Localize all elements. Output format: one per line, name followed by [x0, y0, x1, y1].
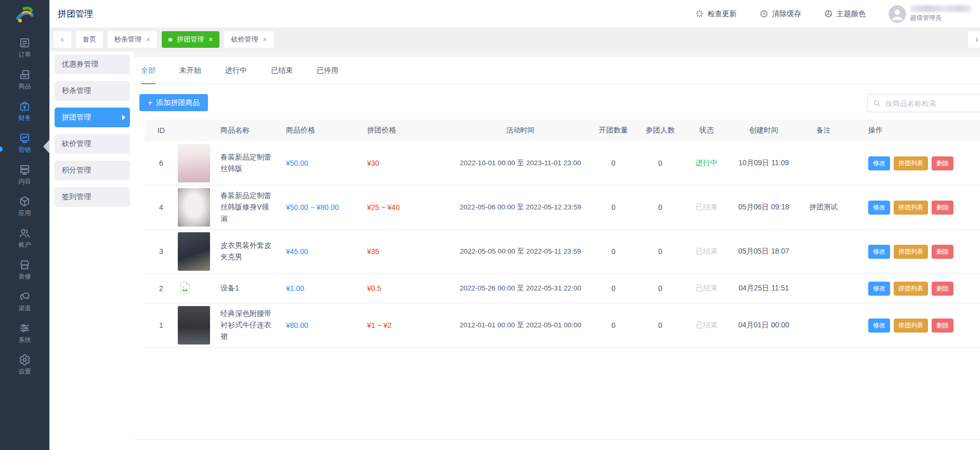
primary-sidebar: 订单 商品 财务 营销 内容 应用 账户 装修 渠道 系统 设置: [0, 0, 49, 450]
tabs-scroll-left-button[interactable]: ‹: [54, 31, 71, 48]
groupbuy-list-button[interactable]: 拼团列表: [894, 201, 928, 215]
modify-button[interactable]: 修改: [868, 282, 890, 296]
user-block[interactable]: 超级管理员: [888, 5, 972, 23]
add-groupbuy-product-button[interactable]: + 添加拼团商品: [139, 94, 208, 111]
cell-product-name: 春装新品定制蕾丝韩版修身V领淑: [220, 190, 286, 224]
page-tab-0[interactable]: 首页: [76, 31, 103, 48]
page-tab-3[interactable]: 砍价管理 ×: [224, 31, 273, 48]
filter-tab-3[interactable]: 已结束: [271, 57, 293, 84]
submenu-item-4[interactable]: 积分管理: [55, 161, 130, 180]
delete-button[interactable]: 删除: [932, 319, 953, 333]
modify-button[interactable]: 修改: [868, 319, 890, 333]
groupbuy-list-button[interactable]: 拼团列表: [894, 282, 928, 296]
search-input[interactable]: [884, 99, 980, 108]
page-tab-label: 砍价管理: [231, 35, 258, 44]
cell-actions: 修改拼团列表删除: [850, 245, 980, 259]
page-tab-label: 秒杀管理: [114, 35, 141, 44]
cell-actions: 修改拼团列表删除: [850, 282, 980, 296]
sidebar-item-label: 系统: [19, 337, 31, 343]
chevron-left-icon: ‹: [61, 34, 64, 45]
chevron-right-icon: ›: [975, 34, 978, 45]
status-badge: 进行中: [683, 158, 730, 168]
avatar: [888, 5, 906, 23]
status-filter-tabs: 全部未开始进行中已结束已停用: [134, 57, 980, 84]
sidebar-item-7[interactable]: 装修: [0, 253, 49, 285]
filter-tab-0[interactable]: 全部: [141, 57, 155, 84]
column-header-11: 操作: [850, 126, 980, 135]
cell-created-time: 04月25日 11:51: [730, 284, 798, 293]
filter-tab-label: 进行中: [225, 66, 247, 74]
close-icon[interactable]: ×: [146, 36, 150, 43]
close-icon[interactable]: ×: [263, 36, 267, 43]
cell-created-time: 04月01日 00:00: [730, 321, 798, 330]
sidebar-item-label: 账户: [19, 242, 31, 248]
cell-product-price: ¥80.00: [286, 321, 367, 329]
primary-nav: 订单 商品 财务 营销 内容 应用 账户 装修 渠道 系统 设置: [0, 31, 49, 380]
check-update-button[interactable]: 检查更新: [695, 9, 737, 19]
sidebar-item-5[interactable]: 应用: [0, 190, 49, 221]
sidebar-item-9[interactable]: 系统: [0, 316, 49, 348]
sidebar-item-0[interactable]: 订单: [0, 31, 49, 63]
submenu-item-label: 秒杀管理: [62, 86, 91, 96]
finance-icon: [19, 100, 31, 112]
cell-join-count: 0: [637, 203, 683, 211]
groupbuy-list-button[interactable]: 拼团列表: [894, 319, 928, 333]
tabs-scroll-right-button[interactable]: ›: [968, 31, 980, 48]
page-tab-1[interactable]: 秒杀管理 ×: [108, 31, 157, 48]
delete-button[interactable]: 删除: [932, 201, 953, 215]
modify-button[interactable]: 修改: [868, 156, 890, 170]
clock-icon: [760, 9, 768, 18]
cell-join-count: 0: [637, 159, 683, 167]
sidebar-item-3[interactable]: 营销: [0, 126, 49, 158]
filter-tab-1[interactable]: 未开始: [179, 57, 201, 84]
page-tab-2[interactable]: 拼团管理 ×: [162, 31, 219, 48]
theme-color-icon: [824, 9, 833, 18]
cell-product-name: 经典深色附腰带衬衫式牛仔连衣裙: [220, 308, 286, 342]
chevron-right-icon: [122, 115, 125, 120]
close-icon[interactable]: ×: [208, 36, 213, 43]
submenu-item-5[interactable]: 签到管理: [55, 187, 130, 207]
sidebar-item-label: 财务: [19, 115, 31, 121]
sidebar-item-2[interactable]: 财务: [0, 95, 49, 126]
settings-icon: [19, 354, 31, 366]
cell-join-count: 0: [637, 284, 683, 293]
sidebar-item-label: 内容: [19, 178, 31, 184]
groupbuy-list-button[interactable]: 拼团列表: [894, 156, 928, 170]
submenu-item-3[interactable]: 砍价管理: [55, 134, 130, 154]
username-redacted: [910, 5, 972, 12]
theme-color-button[interactable]: 主题颜色: [824, 9, 866, 19]
modify-button[interactable]: 修改: [868, 201, 890, 215]
cell-actions: 修改拼团列表删除: [850, 319, 980, 333]
apps-icon: [19, 195, 31, 207]
table-row: 6 春装新品定制蕾丝韩版 ¥50.00 ¥30 2022-10-01 00:00…: [145, 141, 980, 186]
submenu-item-2[interactable]: 拼团管理: [55, 108, 130, 127]
sidebar-item-6[interactable]: 账户: [0, 221, 49, 253]
submenu-item-1[interactable]: 秒杀管理: [55, 81, 130, 101]
cell-product-price: ¥50.00: [286, 159, 367, 167]
delete-button[interactable]: 删除: [932, 156, 953, 170]
app-logo[interactable]: [0, 3, 49, 28]
page-tab-label: 拼团管理: [177, 35, 204, 44]
clear-cache-button[interactable]: 清除缓存: [760, 9, 801, 19]
cell-actions: 修改拼团列表删除: [850, 201, 980, 215]
groupbuy-table: ID商品名称商品价格拼团价格活动时间开团数量参团人数状态创建时间备注操作 6 春…: [145, 120, 980, 348]
cell-activity-time: 2012-01-01 00:00 至 2022-05-01 00:00: [451, 321, 590, 330]
submenu-item-0[interactable]: 优惠券管理: [55, 55, 130, 74]
cell-activity-time: 2022-05-05 00:00 至 2022-05-11 23:59: [451, 247, 590, 256]
sidebar-item-1[interactable]: 商品: [0, 63, 49, 95]
column-header-8: 状态: [683, 126, 730, 135]
delete-button[interactable]: 删除: [932, 282, 953, 296]
user-role: 超级管理员: [910, 14, 972, 22]
app-screen: 订单 商品 财务 营销 内容 应用 账户 装修 渠道 系统 设置 拼团管理 检: [0, 0, 980, 450]
filter-tab-4[interactable]: 已停用: [317, 57, 338, 84]
sidebar-item-4[interactable]: 内容: [0, 158, 49, 190]
status-badge: 已结束: [683, 321, 730, 330]
product-image: [178, 232, 210, 271]
delete-button[interactable]: 删除: [932, 245, 953, 259]
groupbuy-list-button[interactable]: 拼团列表: [894, 245, 928, 259]
sidebar-item-10[interactable]: 设置: [0, 348, 49, 380]
sidebar-item-8[interactable]: 渠道: [0, 285, 49, 316]
page-tabs: ‹ 首页 秒杀管理 × 拼团管理 × 砍价管理 ×: [49, 28, 980, 48]
modify-button[interactable]: 修改: [868, 245, 890, 259]
filter-tab-2[interactable]: 进行中: [225, 57, 247, 84]
